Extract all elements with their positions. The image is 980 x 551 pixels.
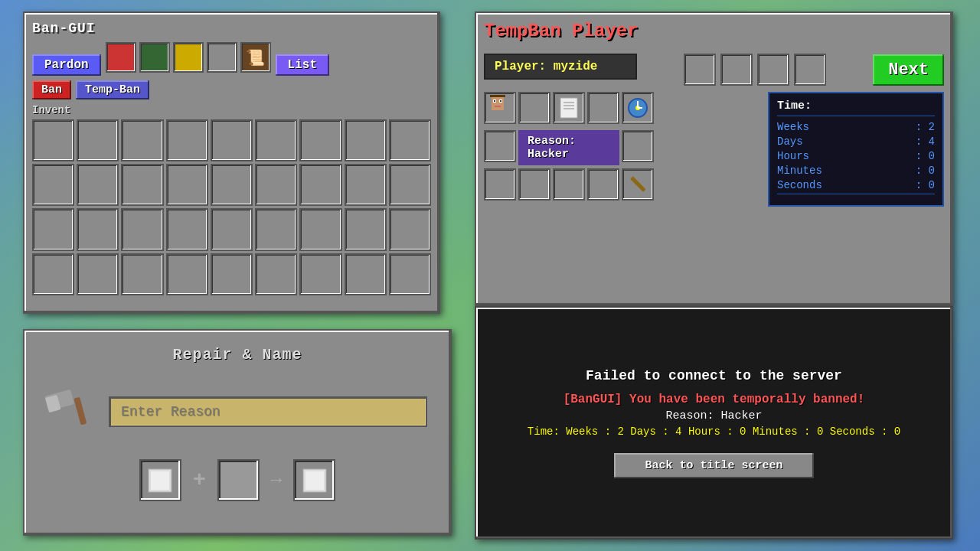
inv-cell[interactable] (211, 253, 253, 295)
inv-cell[interactable] (77, 253, 119, 295)
repair-slot-2[interactable] (217, 459, 260, 501)
inv-cell[interactable] (299, 164, 341, 206)
inv-cell[interactable] (166, 253, 208, 295)
minutes-label: Minutes (777, 165, 822, 177)
weeks-label: Weeks (777, 121, 809, 133)
slot-empty-1[interactable] (518, 92, 550, 124)
inventory-grid (32, 119, 431, 295)
inv-cell[interactable] (211, 119, 253, 161)
player-field: Player: myzide (484, 54, 637, 80)
svg-rect-15 (630, 176, 646, 192)
inv-cell[interactable] (345, 253, 387, 295)
inv-cell[interactable] (166, 119, 208, 161)
inv-cell[interactable] (121, 208, 163, 250)
item-slot-stone[interactable] (207, 42, 237, 73)
item-slot-yellow[interactable] (173, 42, 204, 73)
arrow-icon: → (271, 470, 282, 491)
repair-slot-1[interactable] (139, 459, 181, 501)
top-slot-3[interactable] (757, 54, 789, 86)
tempban-gui-panel: TempBan Player Player: myzide Next (475, 11, 953, 306)
paper-slot[interactable] (553, 92, 585, 124)
inv-cell[interactable] (299, 253, 341, 295)
reason-input[interactable] (109, 396, 427, 427)
tempban-item-row-3 (484, 168, 762, 201)
slot-e7[interactable] (553, 168, 585, 201)
inv-cell[interactable] (255, 119, 297, 161)
inv-cell[interactable] (255, 208, 297, 250)
slot-e6[interactable] (518, 168, 550, 201)
top-slot-2[interactable] (720, 54, 753, 86)
inv-cell[interactable] (77, 208, 119, 250)
ban-gui-panel: Ban-GUI Pardon 📜 List Ban Temp-Ban Inven… (23, 11, 440, 314)
slot-empty-2[interactable] (587, 92, 619, 124)
inv-cell[interactable] (211, 208, 253, 250)
reason-badge: Reason: Hacker (518, 130, 619, 165)
inv-cell[interactable] (211, 164, 253, 206)
repair-slot-result[interactable] (293, 459, 335, 501)
inv-cell[interactable] (121, 164, 163, 206)
top-slot-4[interactable] (794, 54, 826, 86)
time-panel: Time: Weeks : 2 Days : 4 Hours : 0 Minut… (768, 92, 944, 207)
inv-cell[interactable] (389, 119, 431, 161)
svg-rect-20 (151, 471, 169, 490)
inv-cell[interactable] (166, 164, 208, 206)
inv-cell[interactable] (121, 119, 163, 161)
inv-cell[interactable] (255, 164, 297, 206)
ban-gui-buttons: Pardon 📜 List (32, 42, 431, 76)
inv-cell[interactable] (77, 119, 119, 161)
inv-cell[interactable] (255, 253, 297, 295)
item-slot-book[interactable]: 📜 (240, 42, 271, 73)
repair-gui-panel: Repair & Name + → (23, 329, 452, 536)
next-button[interactable]: Next (873, 54, 944, 86)
inv-cell[interactable] (32, 253, 74, 295)
item-slot-red[interactable] (106, 42, 136, 73)
inv-cell[interactable] (389, 164, 431, 206)
slot-e8[interactable] (587, 168, 619, 201)
list-button[interactable]: List (276, 54, 329, 76)
seconds-label: Seconds (777, 179, 822, 191)
inv-cell[interactable] (389, 208, 431, 250)
slot-empty-3[interactable] (484, 130, 516, 162)
tempban-header: TempBan Player (484, 21, 944, 47)
inv-cell[interactable] (345, 164, 387, 206)
tempban-content: Reason: Hacker Time: Weeks (484, 92, 944, 207)
tempban-item-row-1 (484, 92, 762, 124)
back-to-title-button[interactable]: Back to title screen (614, 453, 813, 478)
days-label: Days (777, 135, 803, 148)
top-slot-1[interactable] (684, 54, 716, 86)
stick-slot[interactable] (622, 168, 654, 201)
svg-rect-5 (495, 106, 501, 107)
slot-e5[interactable] (484, 168, 516, 201)
time-divider (777, 116, 935, 116)
item-slots: 📜 (106, 42, 271, 73)
hours-value: : 0 (916, 150, 935, 162)
slot-empty-4[interactable] (622, 130, 654, 162)
inv-cell[interactable] (389, 253, 431, 295)
inv-cell[interactable] (345, 119, 387, 161)
seconds-value: : 0 (916, 179, 935, 191)
tempban-top-row: Player: myzide Next (484, 54, 944, 86)
inv-cell[interactable] (121, 253, 163, 295)
weeks-value: : 2 (916, 121, 935, 133)
tempban-button[interactable]: Temp-Ban (76, 80, 149, 99)
time-divider-bottom (777, 194, 935, 194)
ban-button[interactable]: Ban (32, 80, 71, 99)
inv-cell[interactable] (166, 208, 208, 250)
repair-input-row (47, 379, 427, 444)
time-minutes-row: Minutes : 0 (777, 165, 935, 177)
inv-cell[interactable] (345, 208, 387, 250)
inv-cell[interactable] (299, 208, 341, 250)
inv-cell[interactable] (77, 164, 119, 206)
inv-cell[interactable] (299, 119, 341, 161)
inv-cell[interactable] (32, 119, 74, 161)
time-weeks-row: Weeks : 2 (777, 121, 935, 133)
time-panel-title: Time: (777, 99, 935, 112)
item-slot-green[interactable] (139, 42, 170, 73)
chest-slot[interactable] (484, 92, 516, 124)
inv-cell[interactable] (32, 164, 74, 206)
top-item-slots (684, 54, 826, 86)
clock-slot[interactable] (622, 92, 654, 124)
tempban-title: TempBan Player (484, 21, 639, 41)
inv-cell[interactable] (32, 208, 74, 250)
pardon-button[interactable]: Pardon (32, 54, 101, 76)
